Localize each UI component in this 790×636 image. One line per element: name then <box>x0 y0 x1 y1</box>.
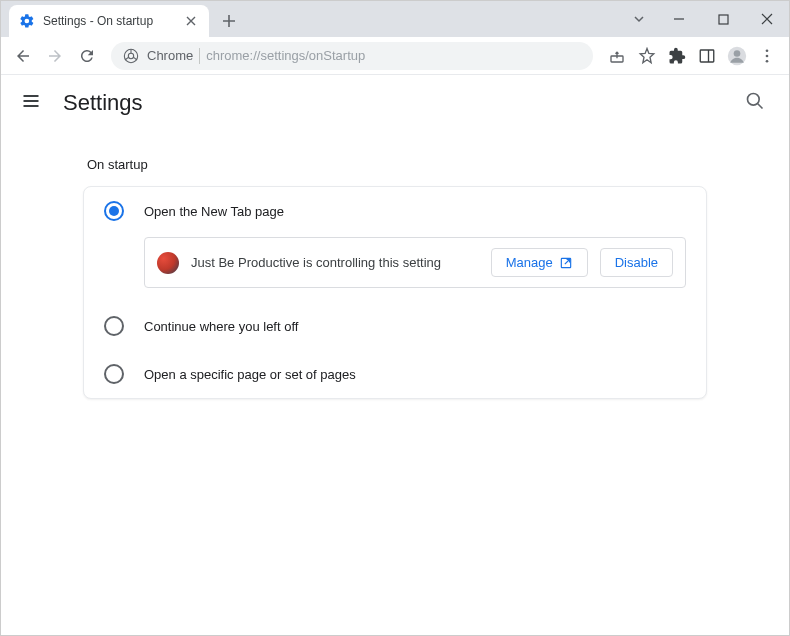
extension-notice: Just Be Productive is controlling this s… <box>144 237 686 288</box>
svg-line-12 <box>758 103 763 108</box>
chrome-logo-icon <box>123 48 139 64</box>
radio-unselected-icon <box>104 316 124 336</box>
search-icon[interactable] <box>745 91 769 115</box>
radio-option-specific[interactable]: Open a specific page or set of pages <box>84 350 706 398</box>
url-host: Chrome <box>147 48 193 63</box>
radio-label: Open the New Tab page <box>144 204 284 219</box>
svg-point-11 <box>748 93 760 105</box>
svg-point-8 <box>766 49 769 52</box>
reload-button[interactable] <box>73 42 101 70</box>
back-button[interactable] <box>9 42 37 70</box>
startup-card: Open the New Tab page Just Be Productive… <box>83 186 707 399</box>
hamburger-menu-icon[interactable] <box>21 91 45 115</box>
svg-point-10 <box>766 59 769 62</box>
extensions-icon[interactable] <box>663 42 691 70</box>
side-panel-icon[interactable] <box>693 42 721 70</box>
url-path: chrome://settings/onStartup <box>206 48 365 63</box>
browser-tab[interactable]: Settings - On startup <box>9 5 209 37</box>
settings-header: Settings <box>1 75 789 131</box>
settings-content: On startup Open the New Tab page Just Be… <box>1 131 789 399</box>
chevron-down-icon[interactable] <box>621 4 657 34</box>
url-text: Chrome chrome://settings/onStartup <box>147 48 365 64</box>
tab-title: Settings - On startup <box>43 14 175 28</box>
address-bar[interactable]: Chrome chrome://settings/onStartup <box>111 42 593 70</box>
close-window-button[interactable] <box>745 4 789 34</box>
browser-toolbar: Chrome chrome://settings/onStartup <box>1 37 789 75</box>
forward-button[interactable] <box>41 42 69 70</box>
window-titlebar: Settings - On startup <box>1 1 789 37</box>
svg-rect-0 <box>719 15 728 24</box>
share-icon[interactable] <box>603 42 631 70</box>
radio-option-continue[interactable]: Continue where you left off <box>84 302 706 350</box>
radio-unselected-icon <box>104 364 124 384</box>
radio-label: Open a specific page or set of pages <box>144 367 356 382</box>
manage-button-label: Manage <box>506 255 553 270</box>
svg-point-2 <box>128 53 133 58</box>
radio-option-new-tab[interactable]: Open the New Tab page <box>84 187 706 235</box>
extension-notice-text: Just Be Productive is controlling this s… <box>191 255 479 270</box>
new-tab-button[interactable] <box>215 7 243 35</box>
bookmark-star-icon[interactable] <box>633 42 661 70</box>
section-title: On startup <box>83 143 707 186</box>
profile-avatar-icon[interactable] <box>723 42 751 70</box>
disable-button[interactable]: Disable <box>600 248 673 277</box>
kebab-menu-icon[interactable] <box>753 42 781 70</box>
svg-rect-4 <box>700 50 714 62</box>
url-divider <box>199 48 200 64</box>
manage-button[interactable]: Manage <box>491 248 588 277</box>
radio-selected-icon <box>104 201 124 221</box>
svg-point-7 <box>734 50 741 57</box>
maximize-button[interactable] <box>701 4 745 34</box>
radio-label: Continue where you left off <box>144 319 298 334</box>
open-external-icon <box>559 256 573 270</box>
disable-button-label: Disable <box>615 255 658 270</box>
window-controls <box>621 1 789 37</box>
close-tab-icon[interactable] <box>183 13 199 29</box>
minimize-button[interactable] <box>657 4 701 34</box>
gear-icon <box>19 13 35 29</box>
extension-logo-icon <box>157 252 179 274</box>
page-title: Settings <box>63 90 143 116</box>
svg-point-9 <box>766 54 769 57</box>
